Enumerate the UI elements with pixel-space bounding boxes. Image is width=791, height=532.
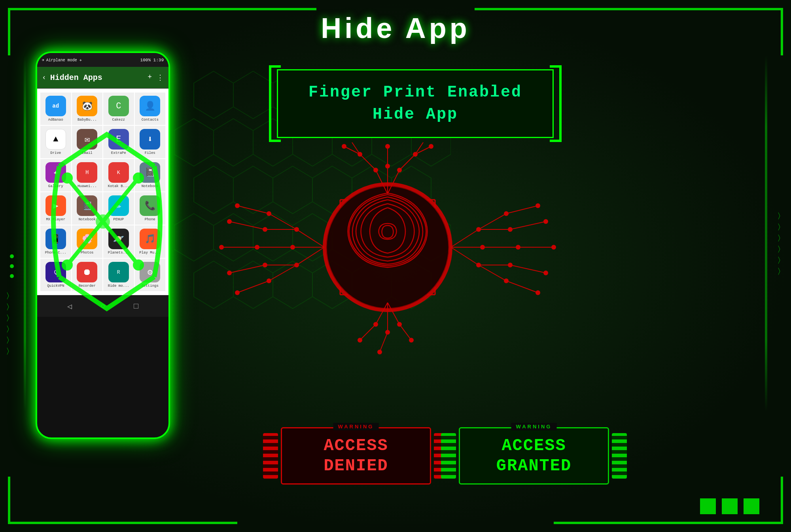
app-label: Huawei... [78, 184, 97, 188]
app-label: MX Player [46, 218, 65, 222]
app-label: ExtraPe [111, 151, 126, 155]
app-item[interactable]: ✉ Email [72, 126, 103, 158]
svg-point-92 [504, 211, 509, 216]
svg-point-113 [227, 271, 232, 275]
svg-point-94 [516, 245, 520, 250]
app-item[interactable]: 📱 Phone C... [40, 225, 71, 258]
app-item[interactable]: ✏ PENUP [103, 192, 134, 225]
corner-decoration-bl [8, 477, 79, 524]
app-item[interactable]: 👤 Contacts [135, 93, 166, 125]
app-item[interactable]: 🐼 BabyBu... [72, 93, 103, 125]
nav-home-icon[interactable]: ○ [100, 302, 105, 311]
granted-box: WARNING ACCESS GRANTED [459, 427, 609, 485]
granted-line2: GRANTED [496, 456, 571, 476]
status-right: 100% 1:39 [140, 58, 164, 62]
svg-point-115 [373, 322, 378, 327]
denied-line1: ACCESS [324, 436, 388, 456]
chevron-right-icon: 〉 [777, 246, 785, 254]
app-icon-penup: ✏ [108, 195, 129, 216]
granted-stripe-right [612, 433, 627, 479]
svg-point-109 [267, 278, 271, 283]
svg-line-42 [360, 154, 376, 170]
fingerprint-title-text: Finger Print Enabled Hide App [298, 81, 533, 126]
app-item[interactable]: ▲ Drive [40, 126, 71, 158]
app-icon-settings: ⚙ [140, 262, 160, 282]
svg-point-117 [397, 322, 402, 327]
phone-app-header: ‹ Hidden Apps + ⋮ [37, 67, 168, 89]
bottom-square-1 [700, 498, 716, 514]
svg-line-52 [479, 214, 506, 229]
denied-stripe-left [263, 433, 278, 479]
app-label: Drive [50, 151, 61, 155]
phone-back-button[interactable]: ‹ [42, 74, 46, 81]
fingerprint-network [210, 138, 566, 356]
svg-line-65 [269, 214, 297, 229]
app-item[interactable]: ⬇ Files [135, 126, 166, 158]
svg-point-81 [373, 168, 378, 172]
app-label: Cakezz [112, 118, 125, 122]
app-label: Recorder [79, 284, 96, 288]
app-item[interactable]: 📓 Notebook [135, 159, 166, 191]
bottom-bar-right [554, 522, 712, 524]
app-item[interactable]: K Kotak B... [103, 159, 134, 191]
app-label: PENUP [113, 218, 124, 222]
app-label: Settings [142, 284, 159, 288]
svg-point-85 [385, 144, 390, 149]
app-item[interactable]: 🌸 Photos [72, 225, 103, 258]
svg-point-100 [543, 271, 548, 275]
app-item[interactable]: Q QuickVPN [40, 259, 71, 291]
app-item[interactable]: 🪐 Planets... [103, 225, 134, 258]
nav-recent-icon[interactable]: □ [134, 302, 138, 311]
app-item[interactable]: C Cakezz [103, 93, 134, 125]
side-dot [10, 264, 14, 268]
app-item[interactable]: E ExtraPe [103, 126, 134, 158]
app-item[interactable]: 📞 Phone [135, 192, 166, 225]
svg-point-103 [290, 245, 295, 250]
app-item[interactable]: H Huawei... [72, 159, 103, 191]
app-item[interactable]: ad AdBanao [40, 93, 71, 125]
app-icon-qvpn: Q [45, 262, 66, 282]
app-item[interactable]: ⚙ Settings [135, 259, 166, 291]
app-label: Planets... [108, 251, 129, 255]
app-item[interactable]: ▶ MX Player [40, 192, 71, 225]
side-dot [10, 254, 14, 258]
svg-point-110 [235, 203, 240, 208]
app-item[interactable]: 📓 Notebook [72, 192, 103, 225]
granted-stripe-left [441, 433, 456, 479]
nav-back-icon[interactable]: ◁ [67, 301, 72, 311]
app-icon-email: ✉ [77, 129, 97, 150]
phone-add-icon[interactable]: + [148, 73, 152, 82]
svg-line-74 [237, 281, 269, 293]
app-item[interactable]: ✦ Gallery [40, 159, 71, 191]
svg-point-111 [227, 219, 232, 224]
app-icon-baby: 🐼 [77, 96, 97, 116]
chevron-down-icon: 〉 [6, 304, 14, 312]
svg-line-58 [510, 222, 546, 229]
app-icon-extrap: E [108, 129, 129, 150]
svg-line-70 [237, 206, 269, 214]
svg-point-101 [536, 290, 540, 295]
app-label: BabyBu... [78, 118, 97, 122]
side-arrows-right: 〉 〉 〉 〉 〉 〉 [777, 213, 785, 276]
phone-more-icon[interactable]: ⋮ [157, 73, 164, 82]
phone-header-title: Hidden Apps [50, 73, 144, 82]
denied-line2: DENIED [324, 456, 388, 476]
app-item[interactable]: ⏺ Recorder [72, 259, 103, 291]
svg-point-86 [413, 152, 418, 157]
app-item[interactable]: R Ride mo... [103, 259, 134, 291]
side-dot [10, 274, 14, 278]
tech-line-left [24, 55, 26, 411]
app-item[interactable]: 🎵 Play Mu... [135, 225, 166, 258]
fp-title-line2: Hide App [298, 104, 533, 126]
app-label: AdBanao [48, 118, 63, 122]
phone-app-grid: ad AdBanao 🐼 BabyBu... C Cakezz 👤 Contac… [37, 89, 168, 295]
svg-line-44 [399, 154, 415, 170]
chevron-right-icon: 〉 [777, 213, 785, 221]
svg-point-84 [358, 152, 362, 157]
svg-marker-6 [174, 119, 214, 166]
corner-decoration-tr [712, 8, 783, 55]
svg-point-106 [263, 227, 267, 232]
app-icon-huawei: H [77, 162, 97, 183]
airplane-mode-icon: ✈ [42, 57, 45, 62]
granted-text: ACCESS GRANTED [496, 436, 571, 476]
